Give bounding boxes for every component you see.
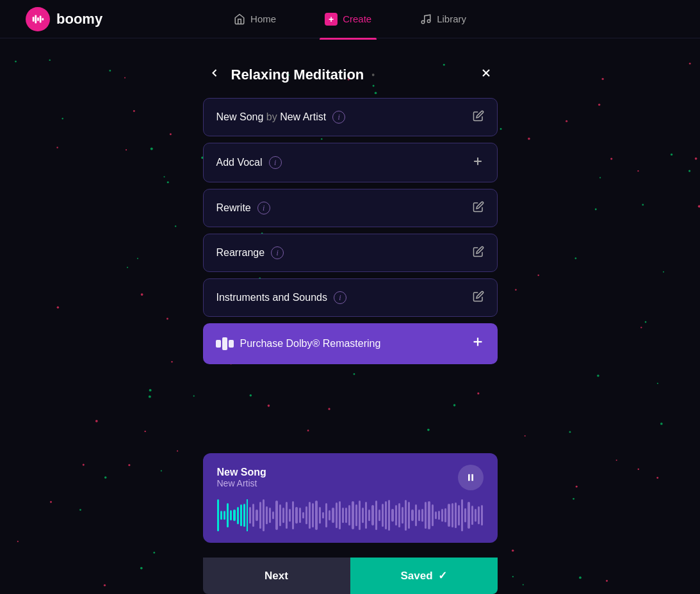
- pause-button[interactable]: [458, 465, 484, 490]
- waveform-bar: [475, 509, 476, 521]
- back-button[interactable]: [206, 64, 224, 85]
- waveform-bar: [322, 512, 324, 519]
- close-button[interactable]: [477, 64, 495, 85]
- svg-rect-13: [229, 340, 234, 348]
- nav-home-label: Home: [250, 13, 276, 24]
- svg-rect-16: [468, 474, 470, 481]
- player-track-info: New Song New Artist: [217, 467, 266, 488]
- waveform-bar: [471, 506, 473, 524]
- waveform-bar: [408, 502, 410, 528]
- waveform-bar: [305, 506, 307, 524]
- waveform-bar: [319, 507, 321, 523]
- waveform-bar: [279, 504, 281, 526]
- waveform[interactable]: [217, 499, 484, 531]
- svg-rect-17: [471, 474, 473, 481]
- option-row-new-song[interactable]: New Song by New Artist i: [203, 98, 498, 136]
- waveform-bar: [382, 504, 384, 527]
- waveform-bar: [378, 510, 380, 520]
- waveform-bar: [438, 511, 440, 519]
- waveform-bar: [375, 501, 377, 531]
- waveform-bar: [365, 502, 367, 528]
- rewrite-label: Rewrite: [216, 202, 251, 214]
- rearrange-info-icon[interactable]: i: [271, 246, 284, 259]
- add-vocal-info-icon[interactable]: i: [269, 156, 282, 169]
- waveform-bar: [266, 506, 268, 524]
- dolby-icon: [216, 337, 234, 350]
- option-left-rearrange: Rearrange i: [216, 246, 284, 259]
- svg-rect-2: [37, 17, 39, 21]
- saved-button[interactable]: Saved ✓: [350, 558, 498, 594]
- waveform-bar: [243, 504, 245, 526]
- waveform-bar: [329, 510, 330, 521]
- main-content: Relaxing Meditation • New Song by New Ar…: [0, 38, 700, 594]
- waveform-bar: [432, 504, 434, 526]
- waveform-bar: [415, 504, 417, 526]
- option-row-add-vocal[interactable]: Add Vocal i: [203, 143, 498, 182]
- waveform-cursor: [247, 499, 248, 531]
- waveform-bar: [230, 510, 232, 520]
- waveform-bar: [452, 503, 453, 527]
- nav-library[interactable]: Library: [415, 11, 471, 28]
- dolby-plus-icon[interactable]: [471, 335, 485, 353]
- waveform-bar: [299, 508, 301, 524]
- waveform-bar: [464, 508, 466, 523]
- add-vocal-plus-icon[interactable]: [471, 155, 484, 170]
- waveform-bar: [237, 507, 239, 524]
- player-song-name: New Song: [217, 467, 266, 478]
- waveform-bar: [405, 500, 407, 531]
- waveform-bar: [385, 501, 387, 530]
- add-vocal-label: Add Vocal: [216, 157, 263, 168]
- option-row-dolby[interactable]: Purchase Dolby® Remastering: [203, 323, 498, 364]
- new-song-info-icon[interactable]: i: [332, 111, 345, 124]
- option-row-instruments[interactable]: Instruments and Sounds i: [203, 278, 498, 317]
- modal-header-left: Relaxing Meditation •: [206, 64, 375, 85]
- nav-center: Home + Create Library: [229, 10, 471, 28]
- logo-icon: [26, 7, 50, 31]
- svg-rect-3: [40, 15, 42, 22]
- svg-rect-4: [42, 18, 44, 20]
- player-info: New Song New Artist: [217, 465, 484, 490]
- bottom-buttons: Next Saved ✓: [203, 558, 498, 594]
- waveform-bar: [339, 501, 341, 529]
- new-song-label: New Song by New Artist: [216, 111, 327, 123]
- rearrange-edit-icon[interactable]: [473, 246, 484, 260]
- new-song-edit-icon[interactable]: [473, 110, 484, 124]
- saved-check-icon: ✓: [438, 569, 447, 582]
- nav-home[interactable]: Home: [229, 11, 281, 28]
- player-panel: New Song New Artist: [203, 453, 498, 543]
- waveform-bar: [435, 511, 437, 519]
- waveform-bar: [295, 507, 297, 524]
- modal-title-dot: •: [371, 70, 375, 80]
- instruments-edit-icon[interactable]: [473, 291, 484, 305]
- waveform-bar: [233, 510, 235, 521]
- option-left-dolby: Purchase Dolby® Remastering: [216, 337, 381, 350]
- rewrite-edit-icon[interactable]: [473, 201, 484, 215]
- option-row-rearrange[interactable]: Rearrange i: [203, 234, 498, 272]
- waveform-bar: [220, 511, 222, 519]
- waveform-bar: [315, 501, 317, 530]
- svg-point-6: [427, 19, 430, 22]
- waveform-bar: [342, 508, 344, 522]
- next-button[interactable]: Next: [203, 558, 350, 594]
- waveform-bar: [240, 504, 242, 526]
- waveform-bar: [249, 507, 251, 524]
- instruments-label: Instruments and Sounds: [216, 292, 327, 303]
- waveform-bar: [421, 509, 423, 522]
- waveform-bar: [302, 512, 304, 518]
- svg-rect-11: [216, 340, 221, 348]
- navbar: boomy Home + Create Library: [0, 0, 700, 38]
- waveform-bar: [478, 506, 480, 524]
- instruments-info-icon[interactable]: i: [334, 291, 346, 304]
- waveform-bar: [455, 502, 457, 528]
- option-left-rewrite: Rewrite i: [216, 202, 270, 214]
- waveform-bar: [309, 502, 311, 529]
- svg-point-5: [421, 20, 425, 24]
- dolby-label: Purchase Dolby® Remastering: [240, 338, 381, 349]
- player-artist-name: New Artist: [217, 478, 266, 488]
- svg-rect-0: [33, 17, 35, 21]
- option-row-rewrite[interactable]: Rewrite i: [203, 189, 498, 227]
- nav-create[interactable]: + Create: [320, 10, 377, 28]
- rewrite-info-icon[interactable]: i: [257, 202, 270, 214]
- option-left-new-song: New Song by New Artist i: [216, 111, 346, 124]
- waveform-bar: [448, 504, 450, 527]
